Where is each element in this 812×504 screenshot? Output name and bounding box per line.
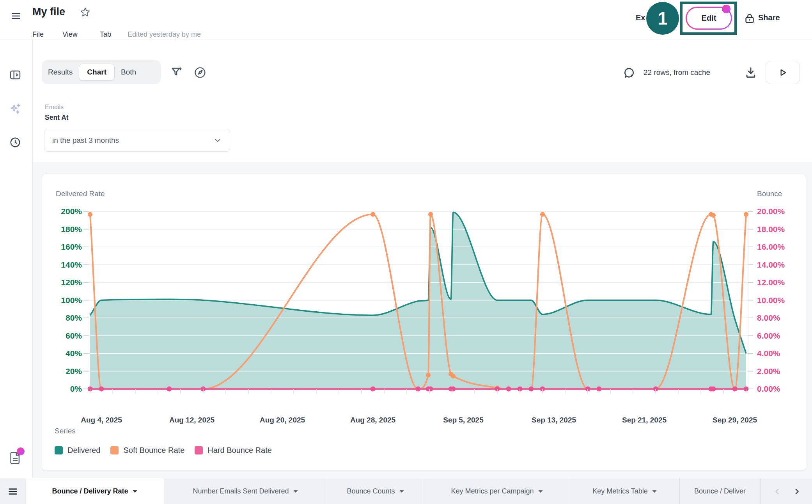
legend-swatch-delivered [55,446,63,454]
tabs-scroll-left-icon[interactable] [773,486,782,497]
document-notification-dot [17,447,25,455]
bottom-tab-label: Bounce / Delivery Rate [52,487,128,495]
bottom-tab[interactable]: Bounce / Deliver [680,478,761,504]
date-range-select[interactable]: in the past 3 months [44,129,230,152]
edited-status: Edited yesterday by me [128,30,201,39]
legend-title: Series [55,427,76,435]
caret-down-icon [293,490,298,493]
filter-sparkle-icon[interactable] [170,66,183,79]
compass-icon[interactable] [194,66,206,79]
history-clock-icon[interactable] [9,137,21,148]
legend-item-hard-bounce[interactable]: Hard Bounce Rate [195,446,272,455]
rows-status: 22 rows, from cache [644,68,710,77]
legend-label: Soft Bounce Rate [123,446,184,455]
legend-label: Delivered [67,446,100,455]
edit-notification-dot [722,5,730,13]
view-mode-toggle: Results Chart Both [42,60,161,84]
tab-nav [773,478,812,504]
filter-dataset-label: Emails [45,104,64,111]
caret-down-icon [652,490,657,493]
chart-legend: Delivered Soft Bounce Rate Hard Bounce R… [55,446,272,455]
bottom-tab-label: Key Metrics Table [592,487,648,495]
bottom-tab-label: Bounce Counts [347,487,395,495]
toggle-chart[interactable]: Chart [79,64,115,81]
bottom-tab-label: Key Metrics per Campaign [451,487,534,495]
bottom-tab-label: Number Emails Sent Delivered [193,487,289,495]
menu-tab[interactable]: Tab [100,30,111,39]
right-axis-title: Bounce [757,190,782,198]
main-menu-icon[interactable] [11,11,21,21]
bottom-tab-label: Bounce / Deliver [694,487,746,495]
page-title: My file [32,6,65,18]
bottom-menu-icon[interactable] [0,478,26,504]
date-range-value: in the past 3 months [52,136,119,145]
bottom-tab-bar: Bounce / Delivery RateNumber Emails Sent… [0,478,812,504]
toggle-both[interactable]: Both [121,68,136,76]
chart-card [42,174,806,471]
bottom-tab[interactable]: Bounce Counts [327,478,424,504]
lock-icon [743,12,756,25]
toggle-results[interactable]: Results [48,68,73,76]
ai-sparkles-icon[interactable] [9,102,22,115]
filter-field-label: Sent At [45,114,69,122]
legend-swatch-soft-bounce [110,446,119,454]
bottom-tab[interactable]: Number Emails Sent Delivered [164,478,327,504]
bottom-tab[interactable]: Key Metrics Table [570,478,680,504]
explore-button-partial[interactable]: Ex [636,13,645,22]
ai-comment-icon[interactable] [622,66,636,80]
caret-down-icon [132,490,138,493]
left-sidebar [0,39,33,478]
legend-item-soft-bounce[interactable]: Soft Bounce Rate [110,446,184,455]
legend-swatch-hard-bounce [195,446,203,454]
bottom-tab[interactable]: Bounce / Delivery Rate [26,478,164,504]
caret-down-icon [538,490,543,493]
caret-down-icon [399,490,404,493]
download-icon[interactable] [744,66,757,79]
tabs-container: Bounce / Delivery RateNumber Emails Sent… [26,478,761,504]
bottom-tab[interactable]: Key Metrics per Campaign [424,478,570,504]
menu-file[interactable]: File [32,30,44,39]
tabs-scroll-right-icon[interactable] [792,486,801,497]
menu-view[interactable]: View [62,30,78,39]
left-axis-title: Delivered Rate [56,190,105,198]
legend-label: Hard Bounce Rate [207,446,272,455]
chevron-down-icon [213,136,222,145]
share-button[interactable]: Share [758,13,780,22]
run-button[interactable] [766,61,800,84]
annotation-step-badge: 1 [646,2,679,35]
panel-toggle-icon[interactable] [9,69,21,81]
legend-item-delivered[interactable]: Delivered [55,446,100,455]
star-icon[interactable] [80,7,91,18]
